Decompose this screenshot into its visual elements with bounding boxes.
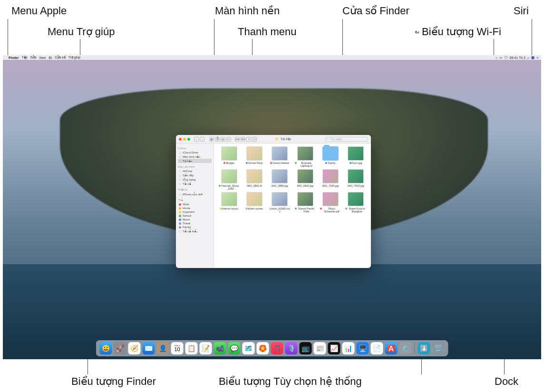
dock-downloads[interactable]: ⬇️ xyxy=(418,342,430,354)
action-button[interactable]: ⚙▾ xyxy=(241,137,245,142)
file-item[interactable]: IMG_2889.jpg xyxy=(268,169,292,190)
minimize-button[interactable] xyxy=(183,138,186,141)
dock-app-calendar[interactable]: THG 910 xyxy=(171,342,184,354)
dock-app-news[interactable]: 📰 xyxy=(314,342,326,354)
group-button[interactable]: ⊞▾ xyxy=(235,137,240,142)
file-item[interactable]: District Market xyxy=(268,146,292,167)
dock-app-music[interactable]: 🎵 xyxy=(271,342,283,354)
sidebar-header: Thiết bị xyxy=(178,188,212,191)
view-list-button[interactable]: ≣ xyxy=(215,137,220,142)
file-item[interactable]: Shoot Schedule.pdf xyxy=(318,192,342,213)
share-button[interactable]: ⇪ xyxy=(246,137,251,142)
back-button[interactable]: ‹ xyxy=(194,137,199,142)
file-item[interactable]: IMG_7932.jpg xyxy=(344,169,368,190)
callout-line xyxy=(87,359,88,374)
callout-finder-icon: Biểu tượng Finder xyxy=(71,375,156,388)
file-item[interactable]: Dinner Party xyxy=(242,146,266,167)
file-item[interactable]: IMG_7635.jpg xyxy=(318,169,342,190)
sidebar-item-label: Màn hình nền xyxy=(183,155,200,158)
sidebar-item[interactable]: ▢Tài liệu xyxy=(178,159,212,163)
file-item[interactable]: Hannah_Shoot_2262 xyxy=(217,169,241,190)
dock-app-keynote[interactable]: 🖥️ xyxy=(357,342,369,354)
callout-desktop: Màn hình nền xyxy=(215,5,280,17)
dock-app-tv[interactable]: 📺 xyxy=(300,342,312,354)
dock-trash[interactable]: 🗑️ xyxy=(432,342,445,354)
view-gallery-button[interactable]: ▭ xyxy=(226,137,231,142)
wifi-status-icon[interactable]: ⧜ xyxy=(495,56,497,59)
sidebar-item[interactable]: Work xyxy=(178,202,212,206)
sidebar-item[interactable]: ▢AirDrop xyxy=(178,169,212,173)
sidebar-item[interactable]: ▢Tải về xyxy=(178,182,212,186)
dock-app-contacts[interactable]: 👤 xyxy=(157,342,169,354)
spotlight-icon[interactable]: ⌕ xyxy=(527,56,529,59)
search-input[interactable]: Tìm kiếm xyxy=(325,137,368,142)
file-item[interactable]: Budget xyxy=(217,146,241,167)
dock-app-stocks[interactable]: 📈 xyxy=(328,342,340,354)
file-item[interactable]: Farm.jpg xyxy=(344,146,368,167)
menu-finder[interactable]: Finder xyxy=(9,56,19,59)
sidebar-item[interactable]: ▢Màn hình nền xyxy=(178,154,212,159)
file-name: Interior layout xyxy=(220,207,238,210)
dock-app-finder[interactable]: 😀 xyxy=(100,342,112,354)
file-thumbnail xyxy=(272,192,288,206)
sidebar-item[interactable]: Travel xyxy=(178,221,212,225)
sidebar-item[interactable]: ▢iCloud Drive xyxy=(178,151,212,154)
dock-app-messages[interactable]: 💬 xyxy=(228,342,241,354)
dock-app-maps[interactable]: 🗺️ xyxy=(243,342,255,354)
close-button[interactable] xyxy=(179,138,182,141)
sidebar-item[interactable]: ▢Tất cả thẻ… xyxy=(178,229,212,233)
file-thumbnail xyxy=(246,146,262,161)
dock-app-photos[interactable]: 🏵️ xyxy=(257,342,269,354)
file-name: Family xyxy=(325,162,335,164)
sidebar-item[interactable]: Home xyxy=(178,206,212,210)
menu-view[interactable]: Xem xyxy=(39,56,46,59)
menu-help[interactable]: Trợ giúp xyxy=(68,56,81,59)
zoom-button[interactable] xyxy=(187,138,190,141)
file-item[interactable]: Example Lighting.tif xyxy=(293,146,317,167)
file-item[interactable]: IMG_5502.jpg xyxy=(293,169,317,190)
menu-window[interactable]: Cửa sổ xyxy=(55,56,65,59)
view-icon-button[interactable]: ▦ xyxy=(209,137,214,142)
file-thumbnail xyxy=(221,192,237,206)
dock-app-numbers[interactable]: 📊 xyxy=(342,342,355,354)
sidebar-item[interactable]: Family xyxy=(178,225,212,229)
dock-app-notes[interactable]: 📝 xyxy=(200,342,212,354)
menu-edit[interactable]: Sửa xyxy=(30,56,37,59)
sidebar-item[interactable]: School xyxy=(178,214,212,218)
dock-app-pages[interactable]: 📄 xyxy=(371,342,383,354)
forward-button[interactable]: › xyxy=(200,137,204,142)
dock-app-appstore[interactable]: 🅰️ xyxy=(385,342,398,354)
file-item[interactable]: Lisbon_61665.mov xyxy=(268,192,292,213)
dock-app-launchpad[interactable]: 🚀 xyxy=(114,342,126,354)
status-time[interactable]: 09:41 Th 3 xyxy=(510,56,525,59)
file-item[interactable]: Family xyxy=(318,146,342,167)
dock-app-reminders[interactable]: 📋 xyxy=(185,342,198,354)
dock-app-system-preferences[interactable]: ⚙️ xyxy=(399,342,412,354)
airplay-icon[interactable]: ▢ xyxy=(505,56,508,59)
file-item[interactable]: Street Food in Bangkok xyxy=(344,192,368,213)
notification-center-icon[interactable]: ≡ xyxy=(536,56,538,59)
file-thumbnail xyxy=(348,192,364,206)
dock-app-facetime[interactable]: 📹 xyxy=(214,342,226,354)
menu-file[interactable]: Tệp xyxy=(21,56,27,59)
file-item[interactable]: Scenic Pacific Trails xyxy=(293,192,317,213)
file-item[interactable]: Interior layout xyxy=(217,192,241,213)
file-name: Lisbon_61665.mov xyxy=(269,207,290,213)
tag-dot-icon xyxy=(325,162,327,164)
view-column-button[interactable]: ▥ xyxy=(221,137,225,142)
sidebar-item[interactable]: Music xyxy=(178,218,212,221)
file-item[interactable]: Kitchen stories xyxy=(242,192,266,213)
file-item[interactable]: IMG_2832.tif xyxy=(242,169,266,190)
sidebar-item[interactable]: ▢iPhone của Jeff xyxy=(178,192,212,196)
dock-app-podcasts[interactable]: 🎙️ xyxy=(285,342,298,354)
menu-go[interactable]: Đi xyxy=(49,56,52,59)
tags-button[interactable]: ⊙ xyxy=(252,137,257,142)
siri-icon[interactable] xyxy=(531,56,534,59)
dock-app-safari[interactable]: 🧭 xyxy=(128,342,141,354)
sidebar-item[interactable]: ▢Gần đây xyxy=(178,173,212,177)
dock-app-mail[interactable]: ✉️ xyxy=(143,342,155,354)
sidebar-item[interactable]: ▢Ứng dụng xyxy=(178,177,212,182)
sidebar-item-label: Work xyxy=(183,203,189,206)
sidebar-item[interactable]: Important xyxy=(178,210,212,214)
battery-icon[interactable]: ▭ xyxy=(499,56,503,59)
